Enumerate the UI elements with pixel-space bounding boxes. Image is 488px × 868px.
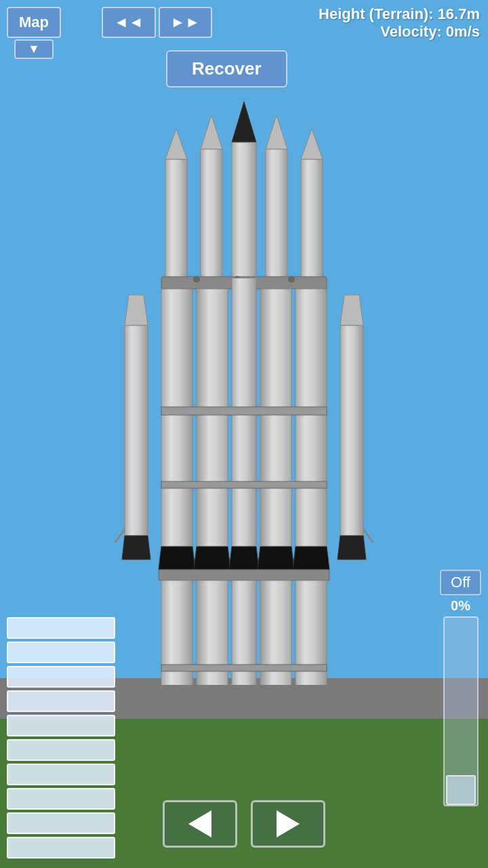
stage-button-5[interactable] — [7, 715, 115, 736]
svg-marker-29 — [229, 547, 259, 570]
svg-rect-15 — [125, 326, 148, 536]
throttle-panel: Off 0% — [440, 570, 481, 806]
map-dropdown[interactable]: ▼ — [14, 39, 54, 59]
throttle-percent: 0% — [451, 598, 470, 614]
stage-button-4[interactable] — [7, 690, 115, 712]
svg-marker-31 — [293, 547, 329, 570]
stage-button-2[interactable] — [7, 642, 115, 663]
stage-buttons-panel — [7, 617, 115, 859]
svg-line-44 — [115, 529, 125, 542]
svg-rect-24 — [296, 289, 327, 547]
svg-marker-16 — [122, 536, 150, 559]
svg-marker-6 — [165, 129, 187, 159]
nav-left-button[interactable] — [163, 800, 237, 848]
svg-rect-32 — [159, 570, 329, 580]
stage-button-10[interactable] — [7, 837, 115, 859]
stage-button-1[interactable] — [7, 617, 115, 639]
bottom-navigation — [163, 800, 325, 848]
svg-rect-26 — [161, 481, 327, 488]
top-bar: Map ▼ ◄◄ ►► — [0, 0, 488, 66]
svg-rect-25 — [161, 407, 327, 415]
right-arrow-icon — [277, 810, 300, 837]
svg-marker-0 — [232, 102, 256, 142]
rewind-button[interactable]: ◄◄ — [102, 7, 156, 38]
rocket-display — [102, 95, 386, 685]
svg-marker-4 — [266, 115, 287, 149]
stage-button-7[interactable] — [7, 764, 115, 785]
map-button[interactable]: Map — [7, 7, 61, 38]
svg-rect-38 — [161, 665, 327, 671]
svg-marker-19 — [338, 536, 366, 559]
stage-button-3[interactable] — [7, 666, 115, 688]
svg-marker-27 — [159, 547, 195, 570]
throttle-off-label: Off — [440, 570, 481, 595]
fastforward-button[interactable]: ►► — [159, 7, 213, 38]
svg-marker-14 — [125, 295, 148, 326]
svg-marker-30 — [258, 547, 294, 570]
svg-rect-21 — [197, 289, 228, 547]
svg-rect-20 — [161, 289, 192, 547]
svg-marker-8 — [301, 129, 323, 159]
throttle-slider[interactable] — [443, 616, 479, 806]
stage-button-9[interactable] — [7, 812, 115, 834]
stage-button-6[interactable] — [7, 739, 115, 761]
svg-rect-18 — [340, 326, 363, 536]
map-button-group: Map ▼ — [7, 7, 61, 59]
left-arrow-icon — [188, 810, 211, 837]
svg-rect-3 — [201, 149, 222, 278]
playback-controls: ◄◄ ►► — [102, 7, 212, 38]
svg-point-13 — [288, 276, 295, 283]
svg-rect-1 — [232, 142, 256, 278]
svg-marker-2 — [201, 115, 222, 149]
svg-rect-5 — [266, 149, 287, 278]
svg-line-45 — [363, 529, 373, 542]
svg-rect-9 — [301, 159, 323, 278]
stage-button-8[interactable] — [7, 788, 115, 810]
svg-point-11 — [193, 276, 200, 283]
svg-rect-23 — [260, 289, 291, 547]
svg-rect-7 — [165, 159, 187, 278]
nav-right-button[interactable] — [251, 800, 325, 848]
throttle-handle[interactable] — [446, 775, 476, 805]
svg-marker-28 — [194, 547, 230, 570]
svg-marker-17 — [340, 295, 363, 326]
